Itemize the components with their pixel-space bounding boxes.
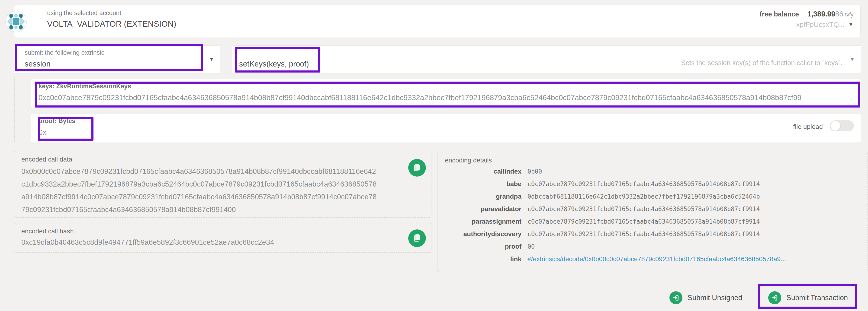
copy-button[interactable] xyxy=(408,230,426,247)
detail-label: babe xyxy=(445,180,522,188)
detail-row: paravalidator c0c07abce7879c09231fcbd071… xyxy=(445,205,862,218)
encoded-call-hash-section: encoded call hash 0xc19cfa0b40463c5c8d9f… xyxy=(14,223,431,252)
encoded-call-data-line: 0x0b00c0c07abce7879c09231fcbd07165cfaabc… xyxy=(21,165,424,178)
encoded-call-data-section: encoded call data 0x0b00c0c07abce7879c09… xyxy=(14,151,431,218)
encoding-details-section: encoding details callindex 0b00 babe c0c… xyxy=(437,151,868,272)
account-identicon xyxy=(5,11,27,32)
detail-row: babe c0c07abce7879c09231fcbd07165cfaabc4… xyxy=(445,180,862,193)
detail-row: grandpa 0dbccabf681188116e642c1dbc9332a2… xyxy=(445,193,862,205)
detail-value: 0b00 xyxy=(527,168,542,175)
detail-row: callindex 0b00 xyxy=(445,168,862,180)
chevron-down-icon: ▼ xyxy=(848,22,854,27)
chevron-down-icon: ▼ xyxy=(209,57,214,62)
account-address: xpfFpUcsxTQ... xyxy=(796,21,844,29)
detail-value: c0c07abce7879c09231fcbd07165cfaabc4a6346… xyxy=(527,231,760,238)
proof-input-label: proof: Bytes xyxy=(38,117,75,125)
section-title: encoded call hash xyxy=(21,228,424,235)
detail-value: 0dbccabf681188116e642c1dbc9332a2bbec7fbe… xyxy=(527,193,760,200)
account-name: VOLTA_VALIDATOR (EXTENSION) xyxy=(47,19,176,29)
keys-input-value[interactable]: 0xc0c07abce7879c09231fcbd07165cfaabc4a63… xyxy=(38,93,859,102)
submit-unsigned-button[interactable]: Submit Unsigned xyxy=(670,291,742,305)
file-upload-toggle[interactable] xyxy=(830,120,854,131)
encoded-call-data-value: 0x0b00c0c07abce7879c09231fcbd07165cfaabc… xyxy=(21,165,424,216)
detail-value: 00 xyxy=(527,243,535,250)
free-balance-value: 1,389.9986tvfy xyxy=(807,10,854,18)
proof-input-value[interactable]: 0x xyxy=(38,128,859,137)
sign-in-icon xyxy=(768,291,781,304)
submit-transaction-label: Submit Transaction xyxy=(786,293,848,302)
toggle-knob xyxy=(830,121,840,131)
decode-link[interactable]: #/extrinsics/decode/0x0b00c0c07abce7879c… xyxy=(527,255,786,263)
copy-icon xyxy=(412,233,422,243)
encoded-call-data-line: a914b08b87cf9914c0c07abce7879c09231fcbd0… xyxy=(21,191,424,203)
detail-row: paraassignment c0c07abce7879c09231fcbd07… xyxy=(445,218,862,230)
account-selector[interactable]: xpfFpUcsxTQ... ▼ xyxy=(796,21,854,29)
method-select[interactable]: setKeys(keys, proof) Sets the session ke… xyxy=(232,45,861,74)
detail-row: proof 00 xyxy=(445,243,862,255)
pallet-select-label: submit the following extrinsic xyxy=(25,49,104,56)
submit-unsigned-label: Submit Unsigned xyxy=(687,293,742,302)
section-title: encoding details xyxy=(445,157,862,164)
detail-label: grandpa xyxy=(445,193,522,200)
detail-row: authoritydiscovery c0c07abce7879c09231fc… xyxy=(445,230,862,243)
submit-transaction-button[interactable]: Submit Transaction xyxy=(768,291,848,305)
detail-label: callindex xyxy=(445,168,522,175)
detail-label: proof xyxy=(445,243,522,250)
method-select-value: setKeys(keys, proof) xyxy=(239,60,309,68)
params-nesting-guide xyxy=(14,77,15,142)
method-docs: Sets the session key(s) of the function … xyxy=(681,59,842,67)
sign-in-icon xyxy=(670,291,682,304)
detail-value: c0c07abce7879c09231fcbd07165cfaabc4a6346… xyxy=(527,180,760,187)
file-upload-label: file upload xyxy=(793,123,823,131)
account-bar: using the selected account VOLTA_VALIDAT… xyxy=(14,5,861,38)
detail-label: paraassignment xyxy=(445,218,522,225)
encoded-call-hash-value: 0xc19cfa0b40463c5c8d9fe494771ff59a6e5892… xyxy=(21,238,424,247)
encoded-call-data-line: 79c09231fcbd07165cfaabc4a634636850578a91… xyxy=(21,203,424,216)
chevron-down-icon: ▼ xyxy=(850,57,855,62)
encoded-call-data-line: c1dbc9332a2bbec7fbef1792196879a3cba6c524… xyxy=(21,178,424,191)
detail-label: link xyxy=(445,255,522,263)
detail-row: link #/extrinsics/decode/0x0b00c0c07abce… xyxy=(445,255,862,268)
free-balance-label: free balance xyxy=(760,10,799,18)
section-title: encoded call data xyxy=(21,156,424,163)
detail-label: authoritydiscovery xyxy=(445,230,522,238)
copy-icon xyxy=(412,163,422,173)
copy-button[interactable] xyxy=(408,159,426,177)
selected-account-label: using the selected account xyxy=(47,9,121,17)
proof-input[interactable]: proof: Bytes 0x file upload xyxy=(31,113,861,143)
pallet-select[interactable]: submit the following extrinsic session ▼ xyxy=(14,45,220,74)
detail-value: c0c07abce7879c09231fcbd07165cfaabc4a6346… xyxy=(527,206,760,212)
detail-label: paravalidator xyxy=(445,205,522,213)
free-balance: free balance 1,389.9986tvfy xyxy=(760,10,854,18)
pallet-select-value: session xyxy=(25,60,51,68)
keys-input[interactable]: keys: ZkvRuntimeSessionKeys 0xc0c07abce7… xyxy=(31,79,861,108)
keys-input-label: keys: ZkvRuntimeSessionKeys xyxy=(38,83,131,90)
detail-value: c0c07abce7879c09231fcbd07165cfaabc4a6346… xyxy=(527,218,760,225)
